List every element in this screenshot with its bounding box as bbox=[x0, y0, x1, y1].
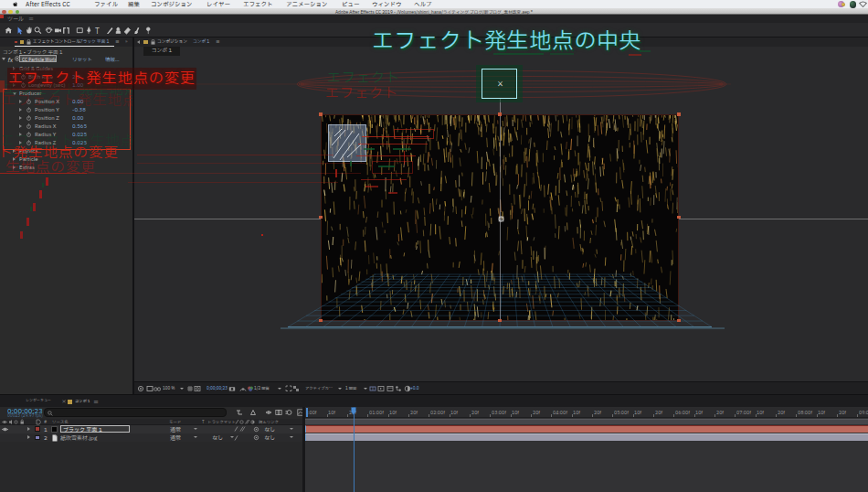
layer-selection-handle[interactable] bbox=[319, 216, 322, 219]
layer-selection-handle[interactable] bbox=[498, 112, 501, 115]
menu-app[interactable]: After Effects CC bbox=[26, 1, 70, 8]
view-layout-value[interactable]: 1 画面 bbox=[345, 385, 356, 390]
layer-name[interactable]: 紙吹雪素材.jpg bbox=[60, 434, 97, 443]
close-window-button[interactable] bbox=[2, 10, 6, 15]
region-of-interest-icon[interactable] bbox=[285, 385, 292, 392]
lock-icon[interactable] bbox=[26, 39, 31, 45]
wifi-icon[interactable] bbox=[859, 1, 867, 7]
render-queue-tab[interactable]: レンダーキュー bbox=[26, 398, 51, 403]
parent-link-dropdown[interactable]: なし bbox=[264, 434, 275, 443]
layer-selection-handle[interactable] bbox=[498, 319, 501, 322]
menu-6[interactable]: アニメーション bbox=[286, 1, 327, 8]
menu-5[interactable]: エフェクト bbox=[243, 1, 272, 8]
selection-tool[interactable] bbox=[16, 27, 25, 35]
dropdown-chevron-icon[interactable] bbox=[290, 436, 293, 438]
dropdown-chevron-icon[interactable] bbox=[364, 388, 367, 390]
effect-reset-button[interactable]: リセット bbox=[72, 56, 92, 64]
dropdown-chevron-icon[interactable] bbox=[194, 428, 197, 430]
zoom-window-button[interactable] bbox=[16, 10, 20, 15]
pan-behind-tool[interactable] bbox=[62, 27, 70, 35]
timeline-button-icon[interactable] bbox=[386, 385, 394, 392]
dropdown-chevron-icon[interactable] bbox=[338, 388, 342, 390]
transparency-grid-icon[interactable] bbox=[292, 385, 300, 392]
fast-preview-icon[interactable] bbox=[377, 385, 385, 392]
layer-expand-arrow-icon[interactable] bbox=[27, 427, 30, 431]
parent-pickwhip-icon[interactable] bbox=[253, 434, 259, 442]
eraser-tool[interactable] bbox=[123, 27, 132, 35]
playhead-marker[interactable] bbox=[351, 407, 356, 415]
magnification-value[interactable]: 100 % bbox=[163, 385, 175, 390]
roto-brush-tool[interactable] bbox=[133, 27, 142, 35]
layer-duration-bar[interactable] bbox=[305, 433, 868, 441]
panel-menu-icon[interactable]: ≡ bbox=[115, 38, 120, 45]
track-matte-dropdown[interactable]: なし bbox=[212, 434, 223, 443]
effect-collapse-arrow[interactable] bbox=[2, 58, 5, 60]
frame-blending-icon[interactable] bbox=[275, 409, 282, 416]
status-siri-icon[interactable] bbox=[850, 1, 857, 8]
dropdown-chevron-icon[interactable] bbox=[180, 388, 184, 390]
parent-pickwhip-icon[interactable] bbox=[253, 426, 259, 433]
camera-view-value[interactable]: アクティブカ… bbox=[305, 385, 333, 390]
menu-1[interactable]: ファイル bbox=[94, 1, 118, 8]
orbit-tool[interactable] bbox=[45, 27, 53, 35]
expand-arrow-icon[interactable] bbox=[13, 157, 16, 161]
flowchart-button-icon[interactable] bbox=[395, 385, 402, 392]
layer-row-1[interactable]: 1ブラック 平面 1通常なし bbox=[0, 425, 302, 433]
home-tool[interactable] bbox=[5, 27, 13, 35]
layer-visibility-eye-icon[interactable] bbox=[2, 426, 9, 433]
menu-7[interactable]: ビュー bbox=[342, 1, 359, 8]
panel-menu-icon[interactable]: ≡ bbox=[216, 38, 220, 45]
effect-property-row[interactable]: Extras bbox=[0, 163, 132, 171]
layer-label-color-chip[interactable] bbox=[35, 435, 40, 441]
shy-layers-icon[interactable] bbox=[265, 409, 272, 416]
panel-overflow-icon[interactable]: » bbox=[125, 38, 128, 45]
effect-property-row[interactable]: Particle bbox=[0, 155, 132, 163]
grid-guides-icon[interactable] bbox=[186, 385, 194, 392]
effect-entry[interactable]: fx CC Particle World リセット 情報... bbox=[0, 55, 132, 63]
preview-timecode[interactable]: 0;00;00;23 bbox=[206, 385, 228, 390]
menu-4[interactable]: レイヤー bbox=[206, 1, 230, 8]
layer-duration-bar[interactable] bbox=[305, 425, 868, 433]
apple-menu-icon[interactable] bbox=[13, 2, 18, 7]
panel-back-icon[interactable] bbox=[137, 40, 140, 44]
composition-viewport[interactable]: × bbox=[134, 47, 868, 382]
menu-2[interactable]: 編集 bbox=[128, 1, 140, 8]
camera-tool[interactable] bbox=[54, 27, 62, 35]
layer-switch-icons[interactable] bbox=[234, 434, 247, 442]
timeline-comp-tab[interactable]: コンポ 1 bbox=[75, 398, 90, 403]
mask-visibility-icon[interactable] bbox=[194, 385, 201, 392]
composition-panel-title[interactable]: コンポジション bbox=[157, 38, 187, 45]
type-tool[interactable]: T bbox=[93, 27, 101, 35]
panel-menu-icon[interactable]: ≡ bbox=[93, 399, 99, 407]
exposure-value[interactable]: +0.0 bbox=[410, 385, 418, 390]
layer-selection-handle[interactable] bbox=[319, 112, 322, 115]
time-ruler[interactable]: :00f10f20f01:00f10f20f02:00f10f20f03:00f… bbox=[305, 407, 868, 418]
show-channel-icon[interactable] bbox=[146, 385, 153, 392]
resolution-value[interactable]: 1/2 画質 bbox=[254, 385, 270, 390]
composition-mini-flowchart-icon[interactable] bbox=[236, 409, 243, 416]
motion-blur-icon[interactable] bbox=[285, 409, 292, 416]
snapshot-view-icon[interactable] bbox=[137, 385, 144, 392]
menu-3[interactable]: コンポジション bbox=[151, 1, 192, 8]
menu-9[interactable]: ヘルプ bbox=[414, 1, 431, 8]
brush-tool[interactable] bbox=[106, 27, 114, 35]
dropdown-chevron-icon[interactable] bbox=[290, 428, 293, 430]
dropdown-chevron-icon[interactable] bbox=[278, 388, 281, 390]
effect-point-icon[interactable]: × bbox=[497, 80, 504, 91]
lock-icon[interactable] bbox=[151, 39, 155, 45]
pen-tool[interactable] bbox=[85, 27, 93, 35]
dropdown-chevron-icon[interactable] bbox=[194, 436, 197, 438]
window-title-bar[interactable]: Adobe After Effects CC 2019 - /Volumes/s… bbox=[0, 8, 868, 15]
layer-selection-handle[interactable] bbox=[677, 319, 680, 322]
status-user-icon[interactable] bbox=[842, 3, 845, 6]
mask-shape-tool[interactable] bbox=[76, 27, 84, 35]
layer-selection-handle[interactable] bbox=[677, 112, 680, 115]
channel-colors-icon[interactable] bbox=[247, 385, 254, 392]
puppet-pin-tool[interactable] bbox=[144, 27, 153, 35]
timeline-search-field[interactable] bbox=[44, 408, 227, 417]
glasses-icon[interactable] bbox=[153, 385, 161, 392]
snapshot-camera-icon[interactable] bbox=[228, 385, 236, 392]
effect-info-button[interactable]: 情報... bbox=[105, 56, 120, 64]
layer-switch-icons[interactable] bbox=[234, 425, 247, 433]
zoom-tool[interactable] bbox=[34, 27, 42, 35]
